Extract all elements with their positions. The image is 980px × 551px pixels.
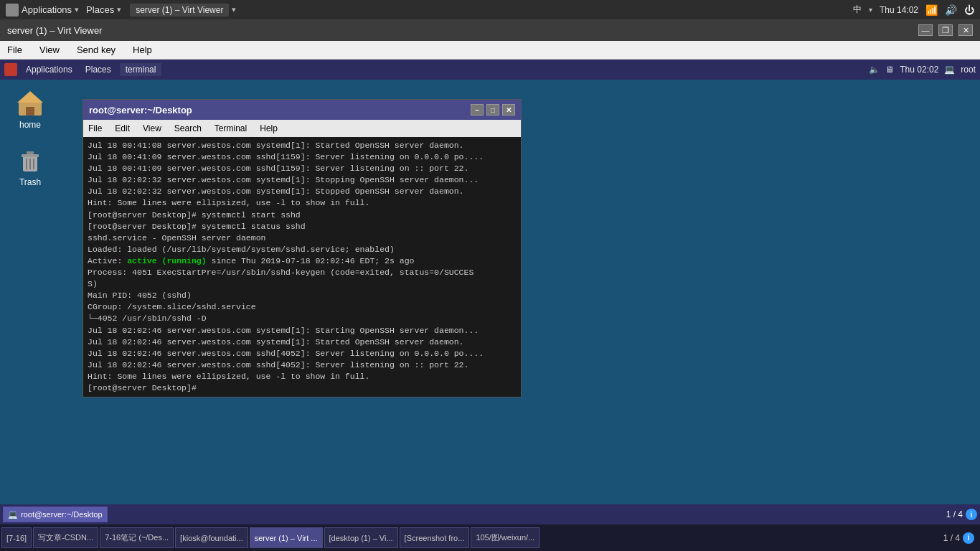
outer-places-menu[interactable]: Places <box>86 4 114 15</box>
inner-monitor-icon: 💻 <box>944 65 955 75</box>
terminal-content[interactable]: Jul 18 00:41:08 server.westos.com system… <box>83 137 521 397</box>
outer-places-arrow: ▾ <box>117 5 121 14</box>
outer-lang-arrow: ▾ <box>869 6 872 14</box>
trash-label: Trash <box>19 177 41 187</box>
svg-rect-5 <box>27 151 34 154</box>
outer-volume-icon: 🔊 <box>945 4 957 16</box>
virt-menu-bar: File View Send key Help <box>0 41 980 60</box>
inner-terminal-menu[interactable]: terminal <box>120 63 162 76</box>
outer-wifi-icon: 📶 <box>925 4 938 16</box>
outer-taskbar-item[interactable]: [Screenshot fro... <box>400 527 470 548</box>
virt-menu-file[interactable]: File <box>4 43 25 57</box>
inner-info-icon: i <box>966 509 977 520</box>
svg-rect-4 <box>22 154 39 157</box>
terminal-menu-file[interactable]: File <box>86 122 104 135</box>
outer-power-icon[interactable]: ⏻ <box>964 4 974 16</box>
outer-time: Thu 14:02 <box>880 5 918 15</box>
outer-topbar-right: 中 ▾ Thu 14:02 📶 🔊 ⏻ <box>853 4 974 16</box>
inner-topbar-left: Applications Places terminal <box>4 63 161 76</box>
outer-taskbar-item[interactable]: [7-16] <box>1 527 32 548</box>
outer-taskbar: [7-16]写文章-CSDN...7-16笔记 (~/Des...[kiosk@… <box>0 524 980 551</box>
outer-taskbar-item[interactable]: [kiosk@foundati... <box>175 527 248 548</box>
inner-taskbar: 💻 root@server:~/Desktop 1 / 4 i <box>0 504 980 524</box>
outer-tab-arrow: ▾ <box>232 5 236 14</box>
virt-menu-help[interactable]: Help <box>130 43 155 57</box>
terminal-menu-terminal[interactable]: Terminal <box>212 122 249 135</box>
terminal-menu-view[interactable]: View <box>141 122 164 135</box>
terminal-maximize-btn[interactable]: □ <box>486 104 499 116</box>
desktop-icon-trash[interactable]: Trash <box>7 146 53 187</box>
inner-topbar: Applications Places terminal 🔈 🖥 Thu 02:… <box>0 60 980 80</box>
virt-close-btn[interactable]: ✕ <box>958 24 973 36</box>
virt-title-bar: server (1) – Virt Viewer — ❐ ✕ <box>0 19 980 41</box>
terminal-titlebar-controls: – □ ✕ <box>471 104 515 116</box>
virt-minimize-btn[interactable]: — <box>918 24 933 36</box>
inner-taskbar-terminal[interactable]: 💻 root@server:~/Desktop <box>3 507 108 522</box>
inner-taskbar-counter: 1 / 4 i <box>946 509 977 520</box>
terminal-minimize-btn[interactable]: – <box>471 104 484 116</box>
terminal-menu-help[interactable]: Help <box>258 122 280 135</box>
svg-rect-2 <box>26 107 34 116</box>
outer-taskbar-item[interactable]: 写文章-CSDN... <box>33 527 98 548</box>
terminal-menu-edit[interactable]: Edit <box>113 122 132 135</box>
inner-topbar-right: 🔈 🖥 Thu 02:02 💻 root <box>869 65 976 75</box>
terminal-titlebar: root@server:~/Desktop – □ ✕ <box>83 100 521 120</box>
virt-title-controls: — ❐ ✕ <box>918 24 973 36</box>
app-icon <box>6 4 19 17</box>
outer-taskbar-counter: 1 / 4i <box>943 532 979 544</box>
virt-menu-view[interactable]: View <box>37 43 62 57</box>
terminal-close-btn[interactable]: ✕ <box>502 104 515 116</box>
inner-places-menu[interactable]: Places <box>85 65 111 75</box>
inner-applications-menu[interactable]: Applications <box>26 65 72 75</box>
home-label: home <box>19 120 41 130</box>
outer-applications-menu[interactable]: Applications <box>22 4 72 15</box>
outer-taskbar-item[interactable]: 105/图/weixun/... <box>471 527 540 548</box>
virt-title: server (1) – Virt Viewer <box>7 25 102 36</box>
desktop-icon-home[interactable]: home <box>7 88 53 130</box>
vm-display: Applications Places terminal 🔈 🖥 Thu 02:… <box>0 60 980 524</box>
outer-lang[interactable]: 中 <box>853 4 862 16</box>
terminal-menu-search[interactable]: Search <box>172 122 204 135</box>
virt-menu-sendkey[interactable]: Send key <box>74 43 118 57</box>
inner-volume-icon: 🔈 <box>869 65 880 75</box>
terminal-title: root@server:~/Desktop <box>89 105 192 116</box>
outer-taskbar-item[interactable]: 7-16笔记 (~/Des... <box>100 527 174 548</box>
outer-taskbar-item[interactable]: [desktop (1) – Vi... <box>324 527 398 548</box>
inner-screen-icon: 🖥 <box>885 65 894 75</box>
inner-app-icon <box>4 63 17 76</box>
outer-topbar-left: Applications ▾ Places ▾ server (1) – Vir… <box>6 4 236 17</box>
inner-user: root <box>961 65 976 75</box>
virt-maximize-btn[interactable]: ❐ <box>938 24 953 36</box>
terminal-window: root@server:~/Desktop – □ ✕ File Edit Vi… <box>83 99 522 397</box>
inner-time: Thu 02:02 <box>900 65 938 75</box>
outer-topbar: Applications ▾ Places ▾ server (1) – Vir… <box>0 0 980 19</box>
terminal-menubar: File Edit View Search Terminal Help <box>83 120 521 137</box>
svg-marker-1 <box>17 91 43 103</box>
virt-viewer-window: server (1) – Virt Viewer — ❐ ✕ File View… <box>0 19 980 524</box>
outer-taskbar-item[interactable]: server (1) – Virt ... <box>250 527 323 548</box>
outer-window-title-tab[interactable]: server (1) – Virt Viewer <box>130 4 229 17</box>
outer-app-arrow: ▾ <box>75 5 79 14</box>
